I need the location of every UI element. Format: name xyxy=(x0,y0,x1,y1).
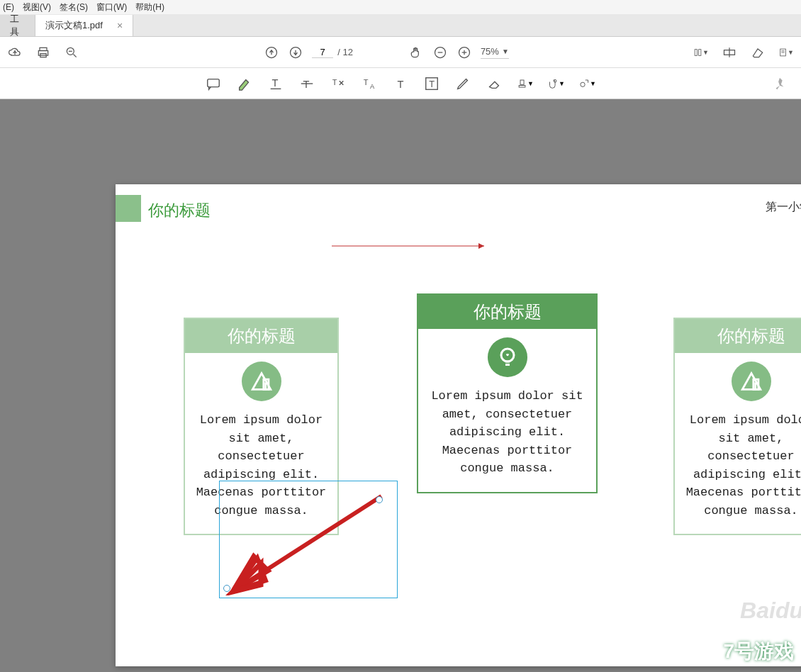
zoom-out-icon[interactable] xyxy=(64,45,79,60)
pencil-icon[interactable] xyxy=(454,75,471,92)
next-page-icon[interactable] xyxy=(288,45,303,60)
card-2-title: 你的标题 xyxy=(418,295,596,329)
text-callout-icon[interactable]: T xyxy=(423,75,440,92)
card-3-title: 你的标题 xyxy=(675,319,801,353)
red-arrow-annotation[interactable] xyxy=(332,240,491,247)
annotation-toolbar: T T T TA T T ▼ ▼ ▼ xyxy=(0,68,801,99)
zoom-minus-icon[interactable] xyxy=(432,45,448,60)
print-icon[interactable] xyxy=(35,45,51,60)
svg-text:T: T xyxy=(364,77,369,86)
pdf-page: 你的标题 第一小学0 你的标题 Lorem ipsum dolor sit am… xyxy=(116,184,801,666)
svg-text:A: A xyxy=(370,83,375,90)
svg-text:T: T xyxy=(397,78,403,89)
watermark-logo: 7号游戏 xyxy=(723,638,794,665)
zoom-plus-icon[interactable] xyxy=(456,45,472,60)
document-icon[interactable]: ▼ xyxy=(778,45,794,60)
tabbar: 工具 演示文稿1.pdf × xyxy=(0,14,801,37)
slide-title: 你的标题 xyxy=(148,200,211,221)
zoom-value: 75% xyxy=(481,46,499,57)
pin-icon[interactable] xyxy=(771,75,788,92)
svg-rect-13 xyxy=(695,49,697,55)
underline-icon[interactable]: T xyxy=(267,75,284,92)
close-tab-icon[interactable]: × xyxy=(117,20,123,31)
zoom-dropdown[interactable]: 75% ▼ xyxy=(481,46,509,59)
svg-rect-30 xyxy=(520,79,524,84)
highlight-icon[interactable] xyxy=(236,75,253,92)
building-icon xyxy=(242,362,281,401)
annotation-selection-box[interactable] xyxy=(219,481,398,598)
svg-rect-14 xyxy=(699,49,701,55)
attachment-icon[interactable]: ▼ xyxy=(548,75,565,92)
card-2-body: Lorem ipsum dolor sit amet, consectetuer… xyxy=(418,387,596,492)
canvas[interactable]: 你的标题 第一小学0 你的标题 Lorem ipsum dolor sit am… xyxy=(0,99,801,672)
fit-page-icon[interactable]: ▼ xyxy=(693,45,709,60)
width-icon[interactable] xyxy=(722,45,737,60)
selection-handle[interactable] xyxy=(376,496,383,503)
pointer-icon[interactable] xyxy=(384,45,400,60)
card-3: 你的标题 Lorem ipsum dolor sit amet, consect… xyxy=(673,318,801,535)
hand-icon[interactable] xyxy=(408,45,424,60)
main-toolbar: / 12 75% ▼ ▼ ▼ xyxy=(0,37,801,68)
erase-icon[interactable] xyxy=(750,45,766,60)
prev-page-icon[interactable] xyxy=(264,45,279,60)
menu-view[interactable]: 视图(V) xyxy=(23,1,51,13)
strikethrough-icon[interactable]: T xyxy=(298,75,315,92)
building-icon xyxy=(732,362,771,401)
insert-text-icon[interactable]: TA xyxy=(361,75,378,92)
menu-sign[interactable]: 签名(S) xyxy=(60,1,88,13)
page-input[interactable] xyxy=(312,47,333,58)
svg-point-33 xyxy=(581,82,585,86)
menu-help[interactable]: 帮助(H) xyxy=(135,1,164,13)
svg-text:T: T xyxy=(332,77,337,86)
stamp-icon[interactable]: ▼ xyxy=(517,75,534,92)
eraser-icon[interactable] xyxy=(486,75,503,92)
chevron-down-icon: ▼ xyxy=(502,47,509,55)
card-1-title: 你的标题 xyxy=(185,319,337,353)
svg-text:T: T xyxy=(429,78,435,89)
tab-tools[interactable]: 工具 xyxy=(0,15,35,36)
comment-icon[interactable] xyxy=(205,75,222,92)
tab-document[interactable]: 演示文稿1.pdf × xyxy=(35,15,133,36)
replace-text-icon[interactable]: T xyxy=(330,75,347,92)
card-2: 你的标题 Lorem ipsum dolor sit amet, consect… xyxy=(417,293,598,493)
svg-line-4 xyxy=(74,54,77,57)
lightbulb-icon xyxy=(488,337,527,377)
svg-rect-31 xyxy=(519,85,525,87)
page-total: / 12 xyxy=(337,47,353,57)
menu-window[interactable]: 窗口(W) xyxy=(96,1,127,13)
shapes-icon[interactable]: ▼ xyxy=(579,75,596,92)
slide-accent-block xyxy=(116,195,141,222)
page-navigator: / 12 xyxy=(312,47,353,58)
card-3-body: Lorem ipsum dolor sit amet, consectetuer… xyxy=(675,411,801,534)
svg-rect-19 xyxy=(208,79,220,86)
slide-corner-text: 第一小学0 xyxy=(766,200,801,215)
tab-document-label: 演示文稿1.pdf xyxy=(45,19,103,32)
menubar: (E) 视图(V) 签名(S) 窗口(W) 帮助(H) xyxy=(0,0,801,14)
watermark-baidu: Baidu xyxy=(740,598,801,624)
menu-e[interactable]: (E) xyxy=(3,2,14,12)
selection-handle[interactable] xyxy=(223,585,230,592)
cloud-upload-icon[interactable] xyxy=(7,45,23,60)
svg-text:T: T xyxy=(272,77,279,88)
text-box-icon[interactable]: T xyxy=(392,75,409,92)
